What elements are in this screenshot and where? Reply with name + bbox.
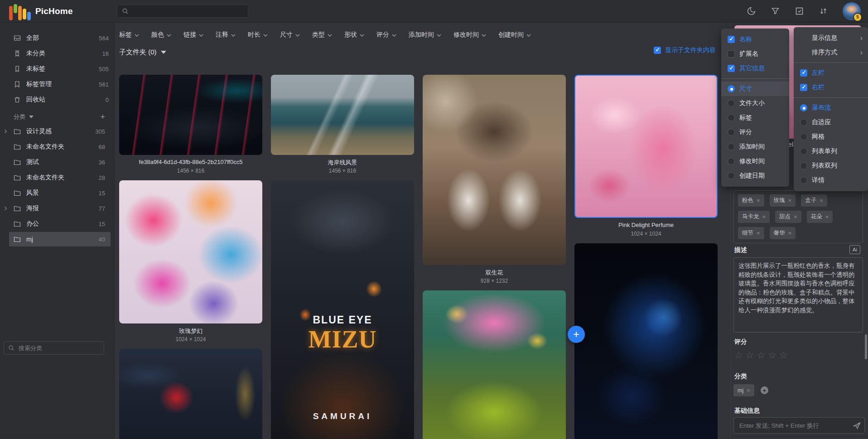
folder-item-mj-selected[interactable]: mj 40 (9, 232, 111, 246)
filter-type[interactable]: 类型 (312, 31, 332, 39)
tag-chip[interactable]: 粉色× (738, 194, 764, 207)
category-chip-mj[interactable]: mj× (733, 384, 754, 396)
category-search[interactable] (4, 341, 104, 355)
menu-option-rating[interactable]: 评分 (721, 125, 789, 140)
select-mode-button[interactable] (795, 6, 804, 16)
image-card-samurai[interactable]: BLUE EYE MIZU SAMURAI (271, 180, 414, 439)
sort-button[interactable] (819, 6, 828, 16)
filter-tags[interactable]: 标签 (119, 31, 139, 39)
menu-option-tags[interactable]: 标签 (721, 111, 789, 125)
description-box[interactable]: 这张图片展示了一瓶粉红色的香水，瓶身有精致的线条设计，瓶颈处装饰着一个透明的玻璃… (733, 257, 863, 333)
menu-option-adaptive[interactable]: 自适应 (794, 115, 868, 130)
remove-icon[interactable]: × (747, 387, 750, 394)
filter-created-time[interactable]: 创建时间 (498, 31, 531, 39)
sidebar-item-untagged[interactable]: 未标签 505 (0, 62, 114, 76)
filter-link[interactable]: 链接 (183, 31, 203, 39)
app-logo[interactable]: PicHome (9, 2, 73, 21)
menu-option-grid[interactable]: 网格 (794, 130, 868, 144)
menu-option-size[interactable]: 尺寸 (721, 82, 789, 96)
menu-option-added-time[interactable]: 添加时间 (721, 140, 789, 154)
ai-generate-button[interactable]: Ai (849, 245, 860, 254)
image-card-watercolor[interactable] (119, 180, 262, 323)
category-section-label[interactable]: 分类 (14, 113, 25, 121)
folder-item-office[interactable]: 办公 15 (9, 217, 111, 231)
send-icon[interactable] (853, 422, 861, 429)
filter-note[interactable]: 注释 (216, 31, 236, 39)
theme-toggle-button[interactable] (747, 6, 756, 16)
add-image-fab[interactable] (568, 326, 585, 343)
tag-chip[interactable]: 甜点× (775, 211, 801, 223)
comment-box[interactable] (733, 417, 865, 434)
menu-option-other-info[interactable]: 其它信息 (721, 61, 789, 76)
image-card-garage[interactable] (119, 349, 262, 439)
remove-icon[interactable]: × (794, 213, 797, 220)
user-avatar[interactable]: 5 (843, 2, 861, 20)
panel-scrollbar[interactable] (865, 334, 867, 359)
star-icon[interactable] (746, 350, 754, 361)
star-icon[interactable] (768, 350, 776, 361)
filter-duration[interactable]: 时长 (248, 31, 268, 39)
chevron-right-icon[interactable] (3, 129, 8, 134)
menu-option-right-panel[interactable]: 右栏 (794, 80, 868, 95)
show-subfolder-checkbox[interactable]: 显示子文件夹内容 (654, 46, 716, 54)
category-search-input[interactable] (18, 344, 96, 352)
remove-icon[interactable]: × (788, 197, 792, 204)
filter-added-time[interactable]: 添加时间 (409, 31, 441, 39)
menu-option-file-size[interactable]: 文件大小 (721, 96, 789, 111)
filter-size[interactable]: 尺寸 (280, 31, 300, 39)
global-search-input[interactable] (132, 7, 238, 15)
remove-icon[interactable]: × (825, 213, 829, 220)
menu-item-sort-order[interactable]: 排序方式 › (794, 45, 868, 60)
comment-input[interactable] (738, 422, 853, 429)
menu-option-created-date[interactable]: 创建日期 (721, 169, 789, 183)
image-card-pink-hair[interactable] (423, 290, 566, 439)
menu-option-list-double[interactable]: 列表双列 (794, 159, 868, 173)
folder-item-scenery[interactable]: 风景 15 (9, 186, 111, 200)
image-card-perfume-selected[interactable] (574, 75, 718, 218)
tag-chip[interactable]: 盒子× (801, 194, 827, 207)
tag-chip[interactable]: 马卡龙× (738, 211, 770, 223)
image-card-twins[interactable] (423, 75, 566, 265)
folder-item-poster[interactable]: 海报 77 (9, 201, 111, 216)
tag-chip[interactable]: 玫瑰× (770, 194, 796, 207)
menu-option-modified-time[interactable]: 修改时间 (721, 154, 789, 169)
sidebar-item-uncategorized[interactable]: 未分类 16 (0, 46, 114, 61)
folder-item-design-inspiration[interactable]: 设计灵感 305 (9, 124, 111, 139)
filter-shape[interactable]: 形状 (344, 31, 364, 39)
sidebar-item-all[interactable]: 全部 564 (0, 31, 114, 45)
chevron-down-icon[interactable] (29, 116, 34, 118)
remove-icon[interactable]: × (757, 197, 760, 204)
menu-option-waterfall[interactable]: 瀑布流 (794, 101, 868, 115)
filter-modified-time[interactable]: 修改时间 (453, 31, 486, 39)
sidebar-item-tag-manager[interactable]: 标签管理 561 (0, 77, 114, 92)
remove-icon[interactable]: × (820, 197, 823, 204)
tag-chip[interactable]: 花朵× (807, 211, 833, 223)
star-icon[interactable] (734, 350, 743, 361)
menu-item-display-info[interactable]: 显示信息 › (794, 31, 868, 45)
remove-icon[interactable]: × (757, 230, 760, 236)
remove-icon[interactable]: × (788, 230, 792, 236)
tag-chip[interactable]: 奢华× (770, 227, 796, 239)
menu-option-name[interactable]: 名称 (721, 32, 789, 47)
add-category-chip-button[interactable] (761, 386, 768, 394)
filter-color[interactable]: 颜色 (151, 31, 171, 39)
menu-option-details[interactable]: 详情 (794, 173, 868, 188)
folder-item-unnamed-1[interactable]: 未命名文件夹 68 (9, 140, 111, 154)
image-card-leopard[interactable] (574, 243, 718, 439)
folder-item-test[interactable]: 测试 36 (9, 155, 111, 169)
remove-icon[interactable]: × (762, 213, 766, 220)
folder-item-unnamed-2[interactable]: 未命名文件夹 28 (9, 170, 111, 185)
menu-option-left-panel[interactable]: 左栏 (794, 66, 868, 80)
chevron-right-icon[interactable] (3, 206, 8, 211)
global-search[interactable] (117, 5, 248, 18)
sidebar-item-trash[interactable]: 回收站 0 (0, 92, 114, 107)
star-icon[interactable] (779, 350, 788, 361)
image-card-beach[interactable] (271, 75, 414, 155)
star-icon[interactable] (757, 350, 766, 361)
filter-button[interactable] (771, 6, 780, 16)
image-card-car[interactable] (119, 75, 262, 155)
filter-rating[interactable]: 评分 (376, 31, 396, 39)
add-category-button[interactable]: + (98, 113, 107, 121)
menu-option-extension[interactable]: 扩展名 (721, 47, 789, 61)
tag-chip[interactable]: 细节× (738, 227, 764, 239)
